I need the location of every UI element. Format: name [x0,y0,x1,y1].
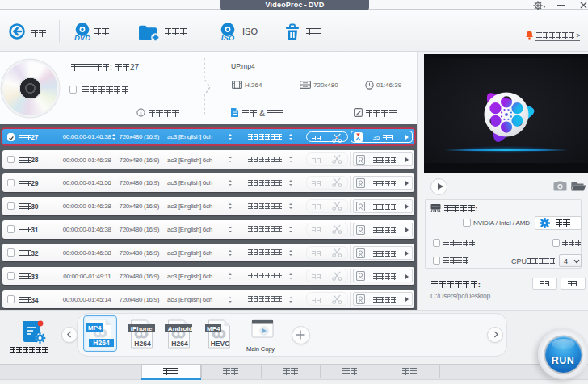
svg-text:H264: H264 [93,339,110,347]
svg-text:DVD: DVD [74,33,90,41]
svg-text:iPhone: iPhone [131,325,153,332]
svg-text:ISO: ISO [221,33,235,41]
svg-text:HEVC: HEVC [211,340,230,348]
svg-text:MP4: MP4 [207,325,220,332]
svg-text:MP4: MP4 [88,324,102,332]
svg-text:Android: Android [168,325,192,332]
svg-text:H264: H264 [134,340,151,348]
svg-text:H264: H264 [171,340,188,348]
